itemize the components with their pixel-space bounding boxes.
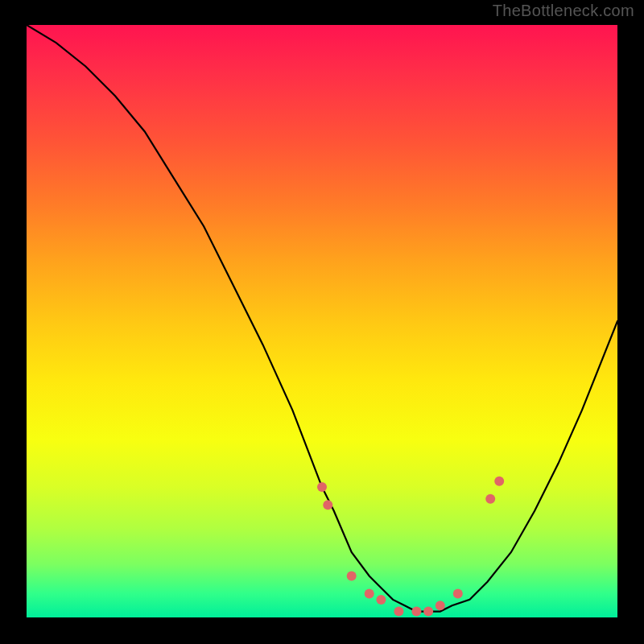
marker-dot bbox=[376, 595, 386, 605]
marker-dot bbox=[423, 607, 433, 617]
chart-container: TheBottleneck.com bbox=[0, 0, 644, 644]
watermark-text: TheBottleneck.com bbox=[493, 2, 634, 20]
plot-area bbox=[27, 25, 617, 617]
marker-dot bbox=[394, 607, 403, 617]
marker-dot bbox=[347, 572, 357, 581]
marker-dot bbox=[494, 477, 504, 486]
marker-dot bbox=[485, 494, 495, 504]
marker-dot bbox=[453, 589, 463, 599]
marker-dot bbox=[411, 607, 421, 617]
bottleneck-curve bbox=[27, 25, 617, 612]
curve-layer bbox=[27, 25, 617, 617]
marker-dots bbox=[317, 477, 504, 617]
marker-dot bbox=[436, 601, 445, 610]
marker-dot bbox=[317, 482, 327, 492]
marker-dot bbox=[365, 589, 374, 599]
marker-dot bbox=[323, 500, 332, 510]
